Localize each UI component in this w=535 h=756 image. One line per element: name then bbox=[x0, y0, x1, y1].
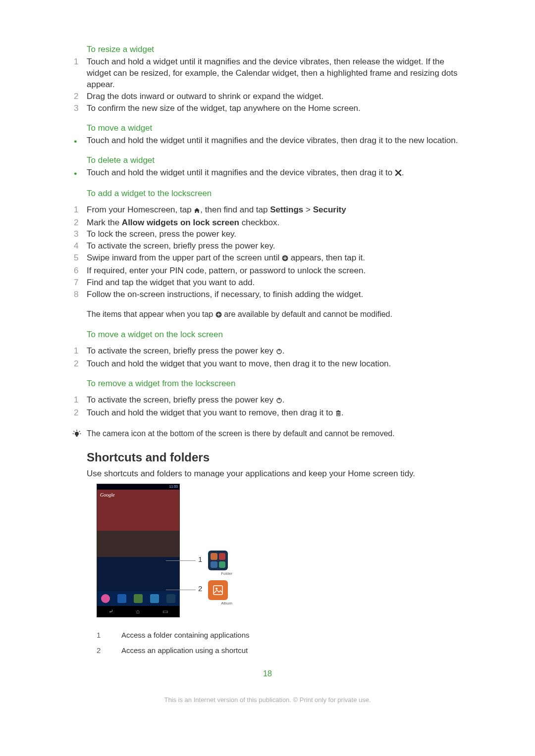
step-text: Touch and hold the widget until it magni… bbox=[87, 167, 468, 180]
tip-text: The camera icon at the bottom of the scr… bbox=[87, 429, 395, 439]
heading-addlock: To add a widget to the lockscreen bbox=[87, 189, 468, 199]
step-text: Touch and hold the widget that you want … bbox=[87, 407, 468, 420]
phone-screenshot: 11:03 Google ⤶ ⌂ ▭ bbox=[97, 484, 180, 617]
text: are available by default and cannot be m… bbox=[222, 310, 392, 318]
text: Mark the bbox=[87, 218, 122, 227]
steps-removelock: 1 To activate the screen, briefly press … bbox=[67, 395, 468, 420]
step-text: Mark the Allow widgets on lock screen ch… bbox=[87, 217, 468, 229]
steps-delete: ● Touch and hold the widget until it mag… bbox=[67, 167, 468, 180]
step-text: From your Homescreen, tap , then find an… bbox=[87, 204, 468, 217]
callout-1: 1 bbox=[198, 555, 202, 563]
phone-navbar: ⤶ ⌂ ▭ bbox=[97, 606, 179, 617]
svg-rect-13 bbox=[76, 435, 78, 437]
step-num: 1 bbox=[67, 56, 87, 91]
step-num: 2 bbox=[67, 407, 87, 420]
folder-label: Folder bbox=[208, 571, 245, 576]
callout-line bbox=[166, 560, 196, 561]
step-num: 1 bbox=[67, 395, 87, 407]
text: Swipe inward from the upper part of the … bbox=[87, 253, 282, 262]
legend-num: 2 bbox=[97, 646, 121, 655]
legend: 1Access a folder containing applications… bbox=[97, 631, 468, 655]
text: . bbox=[341, 408, 344, 417]
home-icon bbox=[194, 205, 200, 217]
note-text: The items that appear when you tap are a… bbox=[87, 309, 392, 321]
callout-line bbox=[166, 590, 196, 590]
bullet: ● bbox=[67, 167, 87, 180]
back-icon: ⤶ bbox=[108, 608, 113, 615]
step-text: Follow the on-screen instructions, if ne… bbox=[87, 289, 468, 301]
heading-movelock: To move a widget on the lock screen bbox=[87, 330, 468, 340]
power-icon bbox=[276, 347, 282, 358]
album-callout: Album bbox=[208, 580, 245, 605]
intro-shortcuts: Use shortcuts and folders to manage your… bbox=[87, 468, 468, 480]
phone-statusbar: 11:03 bbox=[97, 484, 179, 490]
x-icon bbox=[395, 168, 402, 180]
text: . bbox=[402, 168, 404, 177]
svg-point-20 bbox=[215, 588, 217, 590]
step-text: If required, enter your PIN code, patter… bbox=[87, 265, 468, 277]
heading-delete: To delete a widget bbox=[87, 155, 468, 165]
tip-bulb-icon bbox=[67, 429, 87, 439]
bullet: ● bbox=[67, 135, 87, 147]
step-num: 1 bbox=[67, 346, 87, 358]
legend-text: Access a folder containing applications bbox=[121, 631, 250, 639]
plus-circle-icon bbox=[215, 310, 222, 321]
text: To activate the screen, briefly press th… bbox=[87, 395, 276, 404]
text: appears, then tap it. bbox=[288, 253, 365, 262]
step-num: 2 bbox=[67, 358, 87, 370]
step-text: Drag the dots inward or outward to shrin… bbox=[87, 91, 468, 102]
note-blank-icon bbox=[67, 309, 87, 321]
heading-resize: To resize a widget bbox=[87, 45, 468, 54]
step-text: To confirm the new size of the widget, t… bbox=[87, 103, 468, 114]
step-num: 2 bbox=[67, 217, 87, 229]
text: , then find and tap bbox=[200, 205, 270, 214]
recent-icon: ▭ bbox=[162, 608, 168, 615]
text: Touch and hold the widget until it magni… bbox=[87, 168, 395, 177]
album-icon bbox=[208, 580, 228, 600]
footer-text: This is an Internet version of this publ… bbox=[67, 696, 468, 704]
phone-google-widget: Google bbox=[100, 492, 114, 498]
svg-rect-8 bbox=[337, 410, 339, 411]
svg-point-12 bbox=[75, 432, 79, 436]
step-num: 8 bbox=[67, 289, 87, 301]
text: > bbox=[303, 205, 313, 214]
text: From your Homescreen, tap bbox=[87, 205, 194, 214]
callout-2: 2 bbox=[198, 584, 202, 593]
step-text: To activate the screen, briefly press th… bbox=[87, 346, 468, 358]
svg-line-16 bbox=[79, 431, 80, 432]
steps-addlock: 1 From your Homescreen, tap , then find … bbox=[67, 204, 468, 301]
step-num: 3 bbox=[67, 229, 87, 240]
step-text: Swipe inward from the upper part of the … bbox=[87, 252, 468, 265]
step-text: Find and tap the widget that you want to… bbox=[87, 277, 468, 289]
page-number: 18 bbox=[67, 669, 468, 678]
step-text: To activate the screen, briefly press th… bbox=[87, 241, 468, 252]
text: . bbox=[282, 395, 285, 404]
step-num: 7 bbox=[67, 277, 87, 289]
text: The items that appear when you tap bbox=[87, 310, 215, 318]
svg-line-15 bbox=[74, 431, 75, 432]
legend-num: 1 bbox=[97, 631, 121, 639]
step-text: To activate the screen, briefly press th… bbox=[87, 395, 468, 407]
steps-move: ●Touch and hold the widget until it magn… bbox=[67, 135, 468, 147]
step-num: 1 bbox=[67, 204, 87, 217]
trash-icon bbox=[335, 408, 341, 420]
album-label: Album bbox=[208, 601, 245, 605]
text: To activate the screen, briefly press th… bbox=[87, 346, 276, 355]
folder-callout: Folder bbox=[208, 551, 245, 578]
legend-text: Access an application using a shortcut bbox=[121, 646, 248, 655]
folder-icon bbox=[208, 551, 228, 570]
note-addlock: The items that appear when you tap are a… bbox=[67, 309, 468, 321]
step-text: To lock the screen, press the power key. bbox=[87, 229, 468, 240]
bold-security: Security bbox=[313, 205, 346, 214]
phone-illustration: 11:03 Google ⤶ ⌂ ▭ 1 Folder 2 Album bbox=[97, 484, 265, 625]
step-text: Touch and hold the widget that you want … bbox=[87, 358, 468, 370]
text: Touch and hold the widget that you want … bbox=[87, 408, 335, 417]
steps-resize: 1Touch and hold a widget until it magnif… bbox=[67, 56, 468, 114]
plus-circle-icon bbox=[282, 253, 288, 265]
bold-settings: Settings bbox=[270, 205, 303, 214]
step-num: 2 bbox=[67, 91, 87, 102]
bold-allow: Allow widgets on lock screen bbox=[122, 218, 239, 227]
svg-rect-19 bbox=[214, 586, 222, 595]
heading-removelock: To remove a widget from the lockscreen bbox=[87, 379, 468, 389]
step-num: 6 bbox=[67, 265, 87, 277]
